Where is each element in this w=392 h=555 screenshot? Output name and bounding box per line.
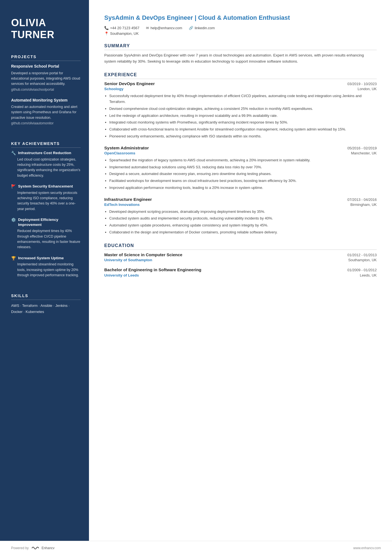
gear-icon: ⚙️ (11, 218, 16, 222)
achievement-desc-1: Led cloud cost optimization strategies, … (11, 157, 81, 179)
experience-title: EXPERIENCE (104, 72, 377, 79)
footer: Powered by Enhancv www.enhancv.com (0, 541, 392, 555)
exp-dates-2: 05/2016 - 02/2019 (347, 146, 377, 150)
location-contact: 📍 Southampton, UK (104, 31, 139, 36)
exp-location-3: Birmingham, UK (350, 203, 377, 207)
bullet: Implemented automated backup solutions u… (109, 164, 377, 170)
exp-company-1: Schoology (104, 87, 123, 91)
exp-bullets-2: Spearheaded the migration of legacy syst… (104, 157, 377, 191)
exp-location-1: London, UK (358, 87, 377, 91)
project-title-1: Responsive School Portal (11, 64, 81, 69)
exp-dates-3: 07/2013 - 04/2016 (347, 198, 377, 202)
achievement-desc-4: Implemented streamlined monitoring tools… (11, 262, 81, 278)
trophy-icon: 🏆 (11, 256, 16, 260)
flag-icon: 🚩 (11, 184, 16, 189)
exp-role-2: System Administrator (104, 145, 149, 151)
phone-contact: 📞 +44 20 7123 4567 (104, 26, 139, 30)
exp-role-1: Senior DevOps Engineer (104, 81, 155, 86)
bullet: Led the redesign of application architec… (109, 113, 377, 119)
bullet: Devised comprehensive cloud cost-optimiz… (109, 106, 377, 112)
achievement-title-4: Increased System Uptime (18, 256, 64, 261)
project-desc-1: Developed a responsive portal for educat… (11, 71, 81, 87)
exp-bullets-1: Successfully reduced deployment time by … (104, 93, 377, 139)
edu-location-1: Southampton, UK (348, 258, 377, 262)
exp-bullets-3: Developed deployment scripting processes… (104, 209, 377, 235)
bullet: Improved application performance monitor… (109, 185, 377, 191)
enhancv-logo: Enhancv (31, 546, 54, 551)
powered-by-text: Powered by (11, 546, 29, 550)
exp-company-3: EdTech Innovations (104, 203, 140, 207)
project-item-2: Automated Monitoring System Created an a… (11, 98, 81, 125)
email-text: help@enhancv.com (150, 26, 182, 30)
brand-name: Enhancv (41, 546, 54, 550)
bullet: Pioneered security enhancements, achievi… (109, 134, 377, 139)
exp-location-2: Manchester, UK (351, 151, 377, 155)
summary-text: Passionate SysAdmin and DevOps Engineer … (104, 52, 377, 65)
edu-school-2: University of Leeds (104, 273, 139, 277)
project-link-1: github.com/oliviaschoolportal (11, 88, 81, 92)
achievement-desc-2: Implemented system security protocols ac… (11, 190, 81, 212)
main-header: SysAdmin & DevOps Engineer | Cloud & Aut… (104, 14, 377, 36)
linkedin-icon: 🔗 (189, 26, 193, 30)
exp-item-2: System Administrator 05/2016 - 02/2019 O… (104, 145, 377, 191)
achievement-title-3: Deployment Efficiency Improvement (18, 217, 81, 227)
edu-degree-2: Bachelor of Engineering in Software Engi… (104, 267, 201, 273)
summary-title: SUMMARY (104, 43, 377, 50)
email-icon: ✉ (146, 26, 149, 30)
bullet: Successfully reduced deployment time by … (109, 93, 377, 105)
achievement-item-4: 🏆 Increased System Uptime Implemented st… (11, 256, 81, 278)
bullet: Integrated robust monitoring systems wit… (109, 120, 377, 125)
edu-school-1: University of Southampton (104, 258, 152, 262)
skills-title: SKILLS (11, 293, 81, 300)
bullet: Collaborated with cross-functional teams… (109, 127, 377, 132)
project-link-2: github.com/oliviaautomonitor (11, 121, 81, 125)
bullet: Facilitated workshops for development te… (109, 178, 377, 184)
linkedin-contact: 🔗 linkedin.com (189, 26, 215, 30)
footer-website: www.enhancv.com (353, 546, 381, 550)
exp-company-2: OpenClassrooms (104, 151, 135, 155)
location-row: 📍 Southampton, UK (104, 31, 377, 36)
edu-location-2: Leeds, UK (360, 273, 377, 277)
skills-list: AWS · Terraform · Ansible · Jenkins · Do… (11, 303, 81, 315)
location-text: Southampton, UK (110, 31, 139, 36)
bullet: Automated system update procedures, enha… (109, 223, 377, 228)
achievement-title-1: Infrastructure Cost Reduction (18, 151, 71, 156)
achievement-item-2: 🚩 System Security Enhancement Implemente… (11, 184, 81, 212)
project-item-1: Responsive School Portal Developed a res… (11, 64, 81, 91)
edu-dates-1: 01/2012 - 01/2013 (347, 253, 377, 257)
projects-section: PROJECTS Responsive School Portal Develo… (11, 55, 81, 131)
phone-icon: 📞 (104, 26, 109, 30)
achievement-item-1: 🔧 Infrastructure Cost Reduction Led clou… (11, 151, 81, 178)
project-desc-2: Created an automated monitoring and aler… (11, 104, 81, 120)
achievement-desc-3: Reduced deployment times by 40% through … (11, 228, 81, 250)
bullet: Spearheaded the migration of legacy syst… (109, 157, 377, 163)
edu-item-2: Bachelor of Engineering in Software Engi… (104, 267, 377, 277)
skills-section: SKILLS AWS · Terraform · Ansible · Jenki… (11, 293, 81, 315)
achievements-section: KEY ACHIEVEMENTS 🔧 Infrastructure Cost R… (11, 141, 81, 283)
exp-role-3: Infrastructure Engineer (104, 197, 152, 202)
project-title-2: Automated Monitoring System (11, 98, 81, 103)
achievement-title-2: System Security Enhancement (18, 184, 73, 189)
achievement-item-3: ⚙️ Deployment Efficiency Improvement Red… (11, 217, 81, 250)
edu-degree-1: Master of Science in Computer Science (104, 252, 182, 258)
edu-item-1: Master of Science in Computer Science 01… (104, 252, 377, 262)
wrench-icon: 🔧 (11, 151, 16, 155)
phone-text: +44 20 7123 4567 (110, 26, 139, 30)
education-section: EDUCATION Master of Science in Computer … (104, 243, 377, 277)
linkedin-text: linkedin.com (195, 26, 215, 30)
bullet: Designed a secure, automated disaster re… (109, 171, 377, 177)
candidate-name: OLIVIA TURNER (11, 17, 81, 41)
email-contact: ✉ help@enhancv.com (146, 26, 182, 30)
job-title: SysAdmin & DevOps Engineer | Cloud & Aut… (104, 14, 377, 22)
contact-row: 📞 +44 20 7123 4567 ✉ help@enhancv.com 🔗 … (104, 26, 377, 30)
main-content: SysAdmin & DevOps Engineer | Cloud & Aut… (89, 0, 392, 541)
footer-left: Powered by Enhancv (11, 546, 54, 551)
exp-item-1: Senior DevOps Engineer 03/2019 - 10/2023… (104, 81, 377, 139)
bullet: Developed deployment scripting processes… (109, 209, 377, 215)
logo-svg (31, 546, 40, 551)
summary-section: SUMMARY Passionate SysAdmin and DevOps E… (104, 43, 377, 65)
exp-dates-1: 03/2019 - 10/2023 (347, 82, 377, 86)
sidebar: OLIVIA TURNER PROJECTS Responsive School… (0, 0, 89, 541)
projects-title: PROJECTS (11, 55, 81, 61)
bullet: Collaborated in the design and implement… (109, 230, 377, 235)
